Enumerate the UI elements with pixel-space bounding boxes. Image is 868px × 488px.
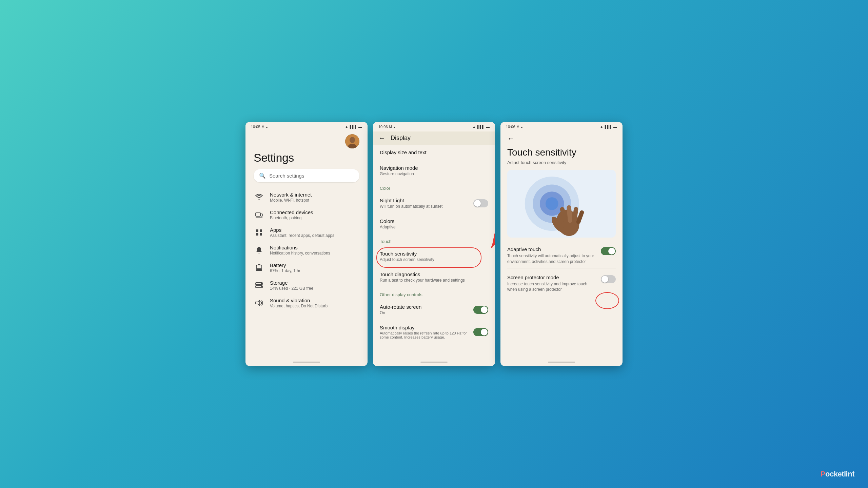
time-3: 10:06 xyxy=(506,125,515,129)
screen-protector-title: Screen protector mode xyxy=(507,274,597,280)
night-light-toggle[interactable] xyxy=(473,199,488,207)
settings-item-network[interactable]: Network & internet Mobile, Wi-Fi, hotspo… xyxy=(254,188,359,206)
battery-status-1: ▬ xyxy=(358,125,362,129)
battery-text: Battery 67% · 1 day, 1 hr xyxy=(270,262,359,273)
phone-screen-1: 10:05 M ⬥ ▲ ▌▌▌ ▬ Settings xyxy=(245,122,368,366)
nav-text: Navigation mode Gesture navigation xyxy=(380,165,488,176)
settings-item-connected[interactable]: Connected devices Bluetooth, pairing xyxy=(254,206,359,224)
signal-icon-2: ⬥ xyxy=(393,125,395,129)
msg-icon-1: M xyxy=(262,125,264,129)
msg-icon-3: M xyxy=(517,125,519,129)
status-bar-2: 10:06 M ⬥ ▲ ▌▌▌ ▬ xyxy=(373,122,495,131)
auto-rotate-item[interactable]: Auto-rotate screen On xyxy=(373,299,495,320)
svg-rect-3 xyxy=(256,213,260,216)
svg-rect-11 xyxy=(258,264,260,265)
signal-icon-1: ⬥ xyxy=(266,125,268,129)
svg-point-16 xyxy=(261,286,262,287)
screen1-content: Settings 🔍 Search settings Network & int… xyxy=(245,131,368,312)
battery-status-2: ▬ xyxy=(486,125,490,129)
display-size-item[interactable]: Display size and text xyxy=(373,145,495,160)
status-icons-3: ▲ ▌▌▌ ▬ xyxy=(600,125,617,129)
navigation-mode-item[interactable]: Navigation mode Gesture navigation xyxy=(373,160,495,181)
display-header: ← Display xyxy=(373,131,495,145)
colors-text: Colors Adaptive xyxy=(380,218,488,229)
bottom-indicator-3 xyxy=(548,362,575,363)
settings-item-battery[interactable]: Battery 67% · 1 day, 1 hr xyxy=(254,259,359,277)
bottom-indicator-1 xyxy=(293,362,320,363)
sound-icon xyxy=(254,298,264,308)
settings-item-apps[interactable]: Apps Assistant, recent apps, default app… xyxy=(254,224,359,241)
auto-rotate-toggle[interactable] xyxy=(473,306,488,314)
phone-screen-2: 10:06 M ⬥ ▲ ▌▌▌ ▬ ← Display Display size… xyxy=(373,122,495,366)
screen-protector-toggle[interactable] xyxy=(601,275,616,283)
touch-section-label: Touch xyxy=(373,234,495,246)
touch-sensitivity-item[interactable]: Touch sensitivity Adjust touch screen se… xyxy=(373,246,495,267)
other-section-label: Other display controls xyxy=(373,287,495,299)
phone-screen-3: 10:06 M ⬥ ▲ ▌▌▌ ▬ ← Touch sensitivity Ad… xyxy=(500,122,623,366)
signal-status-1: ▌▌▌ xyxy=(350,125,357,129)
smooth-display-toggle[interactable] xyxy=(473,328,488,336)
apps-text: Apps Assistant, recent apps, default app… xyxy=(270,227,359,238)
settings-title: Settings xyxy=(254,151,359,164)
settings-item-sound[interactable]: Sound & vibration Volume, haptics, Do No… xyxy=(254,294,359,312)
toggle-knob-3 xyxy=(481,329,488,336)
smooth-display-item[interactable]: Smooth display Automatically raises the … xyxy=(373,320,495,344)
status-time-1: 10:05 M ⬥ xyxy=(251,125,268,129)
svg-point-1 xyxy=(350,137,355,143)
svg-marker-17 xyxy=(256,300,260,306)
svg-rect-7 xyxy=(260,229,262,232)
toggle-knob xyxy=(474,200,481,207)
status-time-3: 10:06 M ⬥ xyxy=(506,125,523,129)
smooth-display-text: Smooth display Automatically raises the … xyxy=(380,325,473,339)
signal-status-3: ▌▌▌ xyxy=(605,125,612,129)
settings-item-notifications[interactable]: Notifications Notification history, conv… xyxy=(254,241,359,259)
back-row-3: ← xyxy=(500,131,623,143)
signal-status-2: ▌▌▌ xyxy=(477,125,485,129)
status-bar-1: 10:05 M ⬥ ▲ ▌▌▌ ▬ xyxy=(245,122,368,131)
search-placeholder: Search settings xyxy=(269,173,304,179)
screenshots-container: 10:05 M ⬥ ▲ ▌▌▌ ▬ Settings xyxy=(243,122,625,366)
svg-rect-4 xyxy=(261,214,262,216)
connected-text: Connected devices Bluetooth, pairing xyxy=(270,209,359,220)
adaptive-touch-toggle[interactable] xyxy=(601,247,616,255)
notifications-text: Notifications Notification history, conv… xyxy=(270,245,359,256)
wifi-status-3: ▲ xyxy=(600,125,604,129)
svg-rect-8 xyxy=(256,233,258,236)
touch-illustration xyxy=(507,170,616,238)
status-icons-2: ▲ ▌▌▌ ▬ xyxy=(472,125,490,129)
adaptive-touch-title: Adaptive touch xyxy=(507,246,597,252)
battery-status-3: ▬ xyxy=(613,125,617,129)
sound-text: Sound & vibration Volume, haptics, Do No… xyxy=(270,298,359,308)
search-bar[interactable]: 🔍 Search settings xyxy=(254,169,359,182)
settings-item-storage[interactable]: Storage 14% used · 221 GB free xyxy=(254,277,359,294)
svg-point-22 xyxy=(546,197,558,210)
svg-rect-12 xyxy=(257,268,261,270)
toggle-knob-2 xyxy=(481,306,488,313)
avatar[interactable] xyxy=(345,134,359,148)
apps-icon xyxy=(254,227,264,238)
screen-protector-subtitle: Increase touch sensitivity and improve t… xyxy=(507,281,597,293)
svg-rect-6 xyxy=(256,229,258,232)
night-light-item[interactable]: Night Light Will turn on automatically a… xyxy=(373,193,495,214)
bottom-indicator-2 xyxy=(420,362,448,363)
toggle-knob-adaptive xyxy=(608,248,615,255)
touch-diagnostics-item[interactable]: Touch diagnostics Run a test to check yo… xyxy=(373,267,495,287)
avatar-container xyxy=(254,131,359,150)
toggle-knob-screen-protector xyxy=(601,276,608,283)
battery-icon xyxy=(254,262,264,273)
status-icons-1: ▲ ▌▌▌ ▬ xyxy=(345,125,362,129)
auto-rotate-text: Auto-rotate screen On xyxy=(380,304,473,315)
colors-item[interactable]: Colors Adaptive xyxy=(373,214,495,234)
adaptive-touch-text: Adaptive touch Touch sensitivity will au… xyxy=(507,246,597,265)
adaptive-touch-subtitle: Touch sensitivity will automatically adj… xyxy=(507,253,597,265)
touch-sensitivity-text: Touch sensitivity Adjust touch screen se… xyxy=(380,251,488,262)
pocketlint-text: ocketlint xyxy=(825,470,854,478)
back-arrow-2[interactable]: ← xyxy=(378,134,385,142)
pocketlint-logo: Pocketlint xyxy=(821,470,854,479)
time-1: 10:05 xyxy=(251,125,260,129)
night-light-text: Night Light Will turn on automatically a… xyxy=(380,198,473,209)
status-time-2: 10:06 M ⬥ xyxy=(378,125,395,129)
back-arrow-3[interactable]: ← xyxy=(507,134,515,143)
screen-protector-section: Screen protector mode Increase touch sen… xyxy=(507,271,616,296)
touch-sensitivity-page-subtitle: Adjust touch screen sensitivity xyxy=(507,160,616,165)
